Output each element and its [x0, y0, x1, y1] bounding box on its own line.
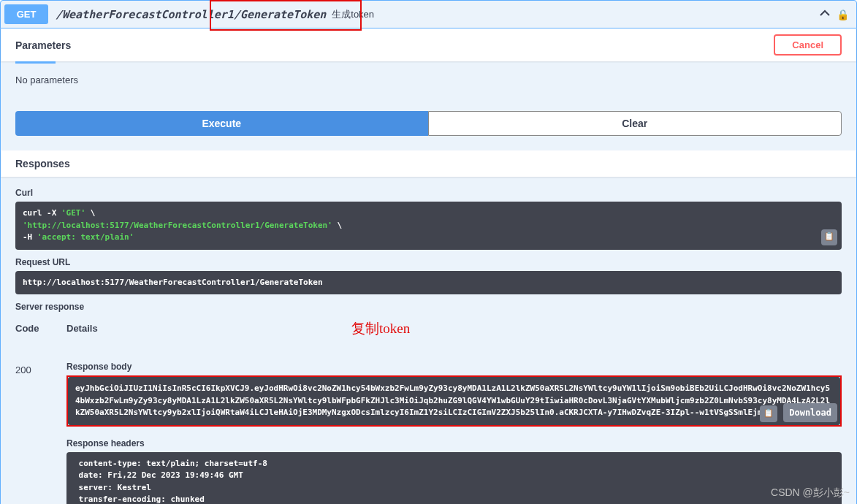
- parameters-title: Parameters: [15, 39, 71, 51]
- response-table: Code 200 Details Response body eyJhbGciO…: [1, 323, 856, 504]
- response-body-value: eyJhbGciOiJIUzI1NiIsInR5cCI6IkpXVCJ9.eyJ…: [68, 377, 840, 425]
- details-column-header: Details: [66, 323, 842, 344]
- watermark: CSDN @彭小彭~: [771, 486, 850, 500]
- response-headers-value: content-type: text/plain; charset=utf-8 …: [66, 452, 842, 505]
- request-url-section: Request URL http://localhost:5177/Weathe…: [1, 257, 856, 302]
- response-body-heading: Response body: [66, 362, 842, 372]
- parameters-bar: Parameters Cancel: [1, 28, 856, 61]
- status-code: 200: [15, 344, 66, 375]
- clear-button[interactable]: Clear: [428, 111, 842, 136]
- execute-button[interactable]: Execute: [15, 111, 428, 136]
- endpoint-summary: 生成token: [332, 8, 374, 21]
- copy-icon[interactable]: 📋: [760, 405, 777, 422]
- copy-icon[interactable]: 📋: [821, 229, 837, 245]
- request-url-value: http://localhost:5177/WeatherForecastCon…: [15, 271, 842, 295]
- responses-title: Responses: [1, 150, 856, 177]
- method-badge: GET: [4, 4, 48, 24]
- server-response-heading-section: Server response: [1, 302, 856, 323]
- curl-code: curl -X 'GET' \ 'http://localhost:5177/W…: [15, 202, 842, 250]
- curl-section: Curl curl -X 'GET' \ 'http://localhost:5…: [1, 188, 856, 257]
- lock-icon[interactable]: 🔒: [837, 9, 849, 20]
- annotation-box-token: eyJhbGciOiJIUzI1NiIsInR5cCI6IkpXVCJ9.eyJ…: [66, 375, 842, 427]
- operation-body: Parameters Cancel No parameters Execute …: [0, 28, 857, 504]
- operation-header[interactable]: GET /WeatherForecastController1/Generate…: [0, 0, 857, 28]
- annotation-copy-token: 复制token: [351, 319, 410, 338]
- chevron-up-icon[interactable]: [819, 7, 831, 22]
- download-button[interactable]: Download: [783, 403, 837, 422]
- code-column-header: Code: [15, 323, 66, 344]
- action-buttons: Execute Clear: [1, 96, 856, 150]
- no-parameters-text: No parameters: [1, 64, 856, 96]
- request-url-heading: Request URL: [15, 257, 842, 267]
- curl-heading: Curl: [15, 188, 842, 198]
- response-headers-heading: Response headers: [66, 438, 842, 448]
- cancel-button[interactable]: Cancel: [774, 34, 842, 56]
- endpoint-path: /WeatherForecastController1/GenerateToke…: [56, 8, 326, 21]
- server-response-heading: Server response: [15, 302, 842, 312]
